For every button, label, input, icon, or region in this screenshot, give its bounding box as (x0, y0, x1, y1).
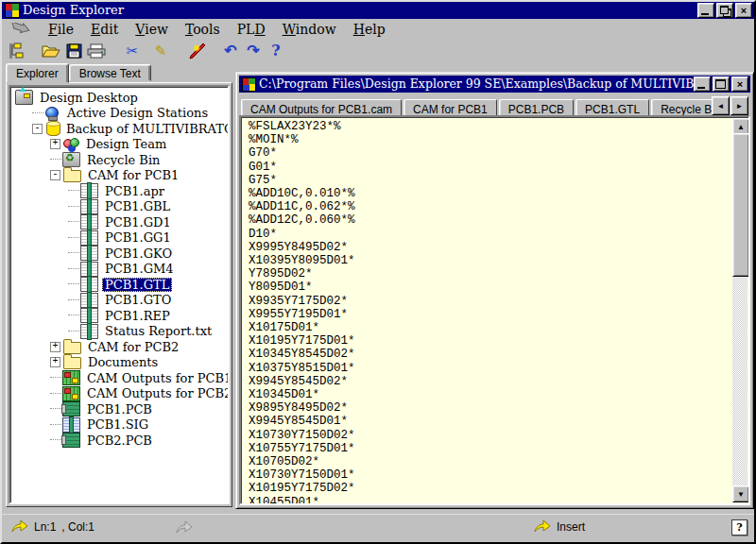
wizard-pen-icon[interactable] (185, 41, 208, 61)
tree-connector (68, 190, 79, 192)
close-button[interactable]: × (735, 3, 752, 18)
tree-connector (68, 331, 79, 332)
gerber-line: Y8095D01* (249, 280, 731, 294)
restore-button[interactable] (716, 3, 733, 18)
tree-item[interactable]: CAM Outputs for PCB1.cam (10, 370, 228, 386)
collapse-icon[interactable]: - (50, 170, 60, 180)
book-icon (80, 324, 98, 339)
tree-item[interactable]: PCB2.PCB (10, 433, 228, 449)
gerber-line: X10730Y7150D02* (249, 429, 731, 442)
gerber-line: X10375Y8515D01* (249, 362, 731, 375)
gerber-line: X10730Y7150D01* (249, 468, 731, 482)
tree-item[interactable]: +Design Team (10, 137, 228, 153)
doc-minimize-button[interactable] (694, 76, 711, 92)
gerber-line: X9945Y8545D02* (249, 375, 731, 388)
tree-item-label: CAM for PCB2 (85, 340, 181, 354)
tree-item[interactable]: PCB1.GM4 (10, 262, 228, 278)
tree-item[interactable]: Status Report.txt (10, 324, 228, 340)
gerber-line: %ADD10C,0.010*% (249, 187, 731, 200)
window-title: Design Explorer (23, 2, 697, 19)
book-icon (80, 246, 98, 261)
doc-maximize-button[interactable] (713, 76, 730, 92)
tree-item[interactable]: -CAM for PCB1 (10, 168, 228, 184)
document-window: C:\Program Files\Design Explorer 99 SE\E… (235, 72, 754, 509)
expand-icon[interactable]: + (50, 342, 60, 352)
gerber-line: X10175D01* (249, 321, 731, 334)
vertical-scrollbar[interactable]: ▲ ▼ (732, 118, 747, 502)
status-help-icon[interactable]: ? (731, 519, 747, 536)
tree-item[interactable]: PCB1.GD1 (10, 214, 228, 230)
tree-connector (68, 299, 79, 301)
tree-connector (68, 283, 79, 285)
scrollbar-thumb[interactable] (732, 133, 749, 277)
tab-browse-text[interactable]: Browse Text (69, 64, 151, 81)
tree-item[interactable]: PCB1.REP (10, 308, 228, 324)
tree-item[interactable]: PCB1.GTL (10, 277, 228, 293)
tree-connector (68, 268, 79, 270)
tree-item[interactable]: PCB1.SIG (10, 417, 228, 434)
book-icon (80, 183, 98, 198)
tree-connector (50, 439, 61, 441)
cut-icon[interactable]: ✂ (121, 41, 144, 61)
gerber-line: D10* (249, 228, 731, 241)
tree-connector (32, 112, 43, 114)
gerber-line: X9955Y7195D01* (249, 308, 731, 321)
print-icon[interactable] (85, 41, 108, 61)
main-titlebar[interactable]: Design Explorer × (2, 2, 754, 19)
doc-tab-label: PCB1.GTL (585, 103, 640, 116)
help-icon[interactable]: ? (265, 41, 287, 61)
tree-item[interactable]: PCB1.apr (10, 183, 228, 199)
menu-help[interactable]: Help (345, 21, 394, 38)
expand-icon[interactable]: + (50, 139, 60, 149)
tree-item[interactable]: Active Design Stations (10, 106, 228, 122)
gerber-line: X10395Y8095D01* (249, 254, 731, 267)
minimize-button[interactable] (697, 3, 714, 18)
document-titlebar[interactable]: C:\Program Files\Design Explorer 99 SE\E… (239, 76, 750, 93)
menu-window[interactable]: Window (274, 21, 345, 38)
collapse-icon[interactable]: - (32, 124, 43, 134)
undo-icon[interactable]: ↶ (219, 41, 242, 61)
tree-item[interactable]: PCB1.PCB (10, 401, 228, 417)
tree-item[interactable]: PCB1.GKO (10, 246, 228, 262)
tree-item[interactable]: +CAM for PCB2 (10, 339, 228, 355)
redo-icon[interactable]: ↷ (242, 41, 265, 61)
tree-item-label: PCB1.GTO (102, 293, 174, 307)
sig-icon (62, 417, 80, 433)
tree-item[interactable]: Recycle Bin (10, 152, 228, 168)
tree-connector (50, 408, 61, 410)
tree-item-label: PCB1.GTL (102, 278, 172, 292)
design-manager-toggle-icon[interactable] (6, 41, 28, 61)
tree-item[interactable]: PCB1.GBL (10, 199, 228, 215)
status-bar: Ln:1 , Col:1 Insert ? (2, 514, 754, 542)
expand-icon[interactable]: + (50, 357, 60, 367)
menu-pld[interactable]: PLD (229, 21, 274, 38)
menu-tools[interactable]: Tools (177, 21, 229, 38)
tab-explorer[interactable]: Explorer (6, 63, 69, 83)
menu-view[interactable]: View (127, 21, 177, 38)
gerber-text-editor[interactable]: %FSLAX23Y23*%%MOIN*%G70*G01*G75*%ADD10C,… (239, 115, 750, 505)
tree-item[interactable]: PCB1.GG1 (10, 230, 228, 246)
gerber-line: %ADD11C,0.062*% (249, 200, 731, 213)
tree-item[interactable]: -Backup of MULTIVIBRATOR.DDB (10, 121, 228, 137)
scroll-down-icon[interactable]: ▼ (732, 485, 749, 502)
tree-item-label: PCB1.GD1 (102, 215, 174, 230)
tree-connector (50, 424, 61, 426)
menu-edit[interactable]: Edit (82, 21, 127, 38)
doc-close-button[interactable]: × (731, 76, 748, 92)
save-icon[interactable] (62, 41, 85, 61)
design-tree[interactable]: Design DesktopActive Design Stations-Bac… (9, 85, 230, 504)
tree-connector (50, 393, 61, 395)
gerber-line: X10345D01* (249, 388, 731, 401)
tab-scroll-left-icon[interactable]: ◄ (712, 96, 730, 115)
tree-item[interactable]: Design Desktop (10, 90, 228, 106)
tree-item[interactable]: +Documents (10, 355, 228, 371)
tree-item[interactable]: CAM Outputs for PCB2.cam (10, 386, 228, 402)
tab-scroll-right-icon[interactable]: ► (730, 96, 748, 115)
edit-pencil-icon[interactable]: ✎ (149, 41, 172, 61)
gerber-line: X10755Y7175D01* (249, 442, 731, 455)
tree-item[interactable]: PCB1.GTO (10, 293, 228, 309)
open-document-icon[interactable] (40, 41, 62, 61)
tree-connector (68, 237, 79, 239)
menu-file[interactable]: File (40, 21, 82, 38)
design-manager-arrow-icon[interactable] (9, 21, 30, 38)
